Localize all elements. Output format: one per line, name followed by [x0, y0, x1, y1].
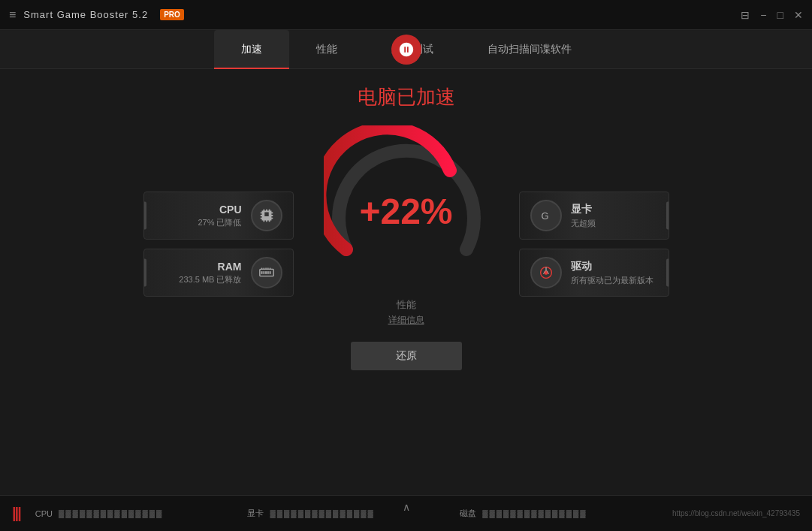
gpu-icon-circle: G — [530, 200, 562, 231]
main-content: 电脑已加速 CPU 27% 已降低 RAM 233.5 MB — [0, 69, 812, 495]
minimize-button[interactable]: − — [760, 9, 766, 21]
gpu-sub: 无超频 — [571, 218, 658, 229]
driver-text: 驱动 所有驱动已为最新版本 — [571, 260, 658, 286]
bottom-watermark: https://blog.csdn.net/weixin_42793435 — [672, 509, 800, 517]
svg-rect-4 — [267, 271, 268, 274]
bottom-gpu-bar: ▓▓▓▓▓▓▓▓▓▓▓▓▓▓▓ — [270, 509, 460, 517]
bottom-bar: ||| CPU ▓▓▓▓▓▓▓▓▓▓▓▓▓▓▓ 显卡 ▓▓▓▓▓▓▓▓▓▓▓▓▓… — [0, 495, 812, 531]
driver-label: 驱动 — [571, 260, 658, 273]
tab-jiashu[interactable]: 加速 — [214, 30, 289, 69]
ram-chip-icon — [258, 264, 275, 281]
driver-icon-circle — [530, 257, 562, 288]
driver-panel: 驱动 所有驱动已为最新版本 — [519, 249, 669, 297]
cpu-sub: 27% 已降低 — [155, 217, 242, 228]
window-controls: ⊟ − □ ✕ — [741, 9, 803, 21]
speed-icon — [398, 41, 415, 58]
status-title: 电脑已加速 — [358, 84, 455, 110]
cpu-icon-circle — [251, 200, 282, 231]
title-bar-left: ≡ Smart Game Booster 5.2 PRO — [9, 8, 184, 22]
restore-button[interactable]: 还原 — [351, 342, 462, 370]
gauge-below: 性能 详细信息 — [388, 298, 424, 327]
nav-center-icon — [391, 35, 421, 65]
detail-link[interactable]: 详细信息 — [388, 314, 424, 327]
gpu-icon: G — [538, 207, 554, 224]
screenshot-button[interactable]: ⊟ — [741, 9, 750, 21]
cpu-label: CPU — [155, 204, 242, 216]
app-title: Smart Game Booster 5.2 — [23, 9, 148, 20]
cpu-chip-icon — [258, 207, 275, 224]
ram-label: RAM — [155, 261, 242, 273]
gpu-text: 显卡 无超频 — [571, 203, 658, 229]
bottom-disk: 磁盘 ▓▓▓▓▓▓▓▓▓▓▓▓▓▓▓ — [460, 508, 672, 519]
bottom-cpu-bar: ▓▓▓▓▓▓▓▓▓▓▓▓▓▓▓ — [59, 509, 247, 517]
left-panels: CPU 27% 已降低 RAM 233.5 MB 已释放 — [143, 192, 294, 297]
driver-sub: 所有驱动已为最新版本 — [571, 275, 658, 286]
bottom-disk-bar: ▓▓▓▓▓▓▓▓▓▓▓▓▓▓▓ — [482, 509, 672, 517]
bottom-logo: ||| — [12, 505, 20, 522]
gauge-section: +22% 性能 详细信息 还原 — [324, 125, 489, 370]
right-panels: G 显卡 无超频 驱 — [519, 192, 669, 297]
bottom-gpu-label: 显卡 — [247, 508, 264, 519]
svg-text:G: G — [541, 210, 548, 222]
gauge-center-text: +22% — [359, 194, 452, 230]
bottom-cpu-label: CPU — [35, 509, 53, 518]
menu-icon[interactable]: ≡ — [9, 8, 16, 22]
svg-rect-2 — [263, 271, 264, 274]
cpu-panel-text: CPU 27% 已降低 — [155, 204, 242, 228]
bottom-gpu: 显卡 ▓▓▓▓▓▓▓▓▓▓▓▓▓▓▓ — [247, 508, 460, 519]
close-button[interactable]: ✕ — [794, 9, 803, 21]
cpu-panel: CPU 27% 已降低 — [143, 192, 294, 240]
center-area: CPU 27% 已降低 RAM 233.5 MB 已释放 — [0, 125, 812, 370]
gauge-value: +22% — [359, 194, 452, 230]
pro-badge: PRO — [160, 9, 184, 20]
title-bar: ≡ Smart Game Booster 5.2 PRO ⊟ − □ ✕ — [0, 0, 812, 30]
bottom-disk-label: 磁盘 — [460, 508, 476, 519]
tab-saomiao[interactable]: 自动扫描间谍软件 — [460, 30, 599, 69]
driver-icon — [538, 264, 554, 281]
maximize-button[interactable]: □ — [777, 9, 783, 21]
svg-rect-5 — [269, 271, 270, 274]
svg-rect-3 — [265, 271, 267, 274]
gauge-container: +22% — [324, 125, 489, 291]
nav-bar: 加速 性能 运行测试 自动扫描间谍软件 — [0, 30, 812, 69]
perf-label: 性能 — [388, 298, 424, 312]
gpu-label: 显卡 — [571, 203, 658, 216]
tab-xingneng[interactable]: 性能 — [289, 30, 364, 69]
bottom-cpu: CPU ▓▓▓▓▓▓▓▓▓▓▓▓▓▓▓ — [35, 509, 248, 518]
ram-icon-circle — [251, 257, 282, 288]
bottom-chevron[interactable]: ∧ — [403, 500, 410, 514]
ram-sub: 233.5 MB 已释放 — [155, 274, 242, 285]
gpu-panel: G 显卡 无超频 — [519, 192, 669, 240]
ram-panel: RAM 233.5 MB 已释放 — [143, 249, 294, 297]
ram-panel-text: RAM 233.5 MB 已释放 — [155, 261, 242, 285]
svg-rect-1 — [261, 271, 262, 274]
